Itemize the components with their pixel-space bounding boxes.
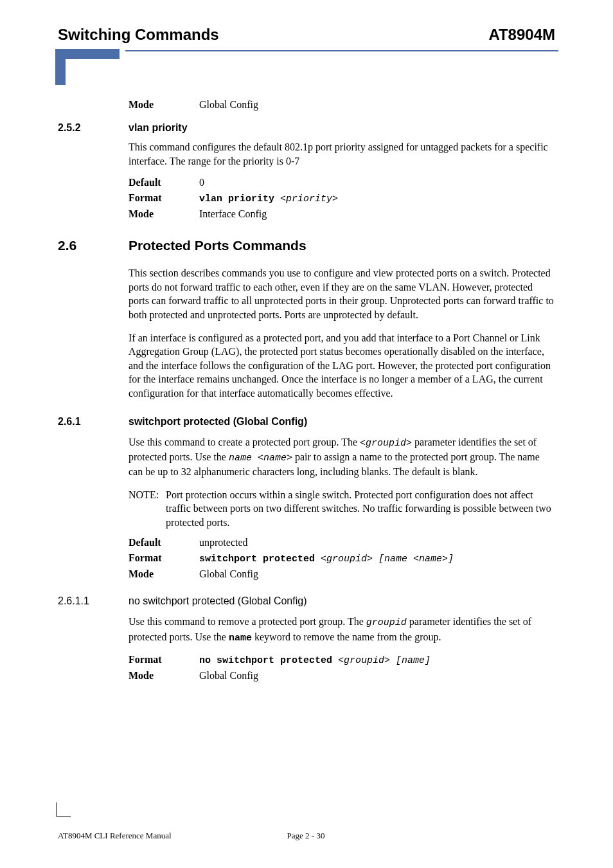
field-row: Mode Global Config [129, 670, 555, 682]
text-fragment: Use this command to create a protected p… [129, 437, 360, 448]
paragraph: Use this command to create a protected p… [129, 435, 555, 479]
section-heading: 2.6.1.1 no switchport protected (Global … [58, 595, 555, 607]
field-row: Format no switchport protected <groupid>… [129, 654, 555, 666]
field-value: vlan priority <priority> [199, 192, 555, 204]
section-heading: 2.6 Protected Ports Commands [58, 238, 555, 253]
field-label: Mode [129, 208, 199, 220]
inline-code: groupid [366, 617, 407, 628]
header-left: Switching Commands [58, 26, 219, 44]
header-rule [125, 50, 558, 51]
field-row: Mode Global Config [129, 99, 555, 111]
paragraph: Use this command to remove a protected p… [129, 615, 555, 645]
field-value: switchport protected <groupid> [name <na… [199, 552, 555, 565]
field-label: Default [129, 177, 199, 188]
field-label: Default [129, 537, 199, 548]
inline-code: name <name> [229, 453, 292, 464]
section-number: 2.6 [58, 238, 129, 253]
field-row: Default unprotected [129, 537, 555, 548]
field-row: Format vlan priority <priority> [129, 192, 555, 204]
section-number: 2.5.2 [58, 122, 129, 134]
section-number: 2.6.1.1 [58, 595, 129, 607]
note-label: NOTE: [129, 488, 166, 530]
inline-code: <groupid> [360, 438, 412, 449]
section-heading: 2.6.1 switchport protected (Global Confi… [58, 416, 555, 428]
format-command: no switchport protected [199, 655, 338, 666]
note-block: NOTE: Port protection occurs within a si… [129, 488, 555, 530]
section-number: 2.6.1 [58, 416, 129, 428]
inline-code: name [229, 633, 252, 644]
brand-logo-icon [55, 49, 120, 85]
note-body: Port protection occurs within a single s… [166, 488, 555, 530]
section-title: switchport protected (Global Config) [129, 416, 307, 428]
field-row: Mode Interface Config [129, 208, 555, 220]
footer-page: Page 2 - 30 [287, 831, 325, 841]
logo-block [58, 49, 555, 85]
field-label: Format [129, 654, 199, 666]
format-argument: <groupid> [name <name>] [321, 554, 454, 565]
format-argument: <groupid> [name] [338, 655, 431, 666]
format-command: switchport protected [199, 554, 321, 565]
field-value: Global Config [199, 568, 555, 580]
field-value: 0 [199, 177, 555, 188]
format-command: vlan priority [199, 194, 280, 204]
paragraph: If an interface is configured as a prote… [129, 331, 555, 401]
field-row: Mode Global Config [129, 568, 555, 580]
section-title: Protected Ports Commands [129, 238, 306, 253]
field-row: Default 0 [129, 177, 555, 188]
field-label: Mode [129, 99, 199, 111]
corner-mark-icon [55, 802, 71, 818]
field-value: Interface Config [199, 208, 555, 220]
section-title: no switchport protected (Global Config) [129, 595, 306, 607]
field-row: Format switchport protected <groupid> [n… [129, 552, 555, 565]
format-argument: <priority> [280, 194, 338, 204]
section-title: vlan priority [129, 122, 188, 134]
page-header: Switching Commands AT8904M [58, 26, 555, 44]
header-right: AT8904M [488, 26, 555, 44]
text-fragment: Use this command to remove a protected p… [129, 616, 366, 627]
field-label: Format [129, 192, 199, 204]
field-label: Mode [129, 670, 199, 682]
svg-rect-1 [55, 49, 66, 85]
text-fragment: keyword to remove the name from the grou… [252, 631, 441, 642]
paragraph: This command configures the default 802.… [129, 140, 555, 168]
page-footer: AT8904M CLI Reference Manual Page 2 - 30 [58, 831, 553, 841]
field-label: Mode [129, 568, 199, 580]
field-label: Format [129, 552, 199, 565]
footer-left: AT8904M CLI Reference Manual [58, 831, 172, 841]
field-value: no switchport protected <groupid> [name] [199, 654, 555, 666]
field-value: Global Config [199, 670, 555, 682]
field-value: unprotected [199, 537, 555, 548]
paragraph: This section describes commands you use … [129, 266, 555, 321]
field-value: Global Config [199, 99, 555, 111]
section-heading: 2.5.2 vlan priority [58, 122, 555, 134]
